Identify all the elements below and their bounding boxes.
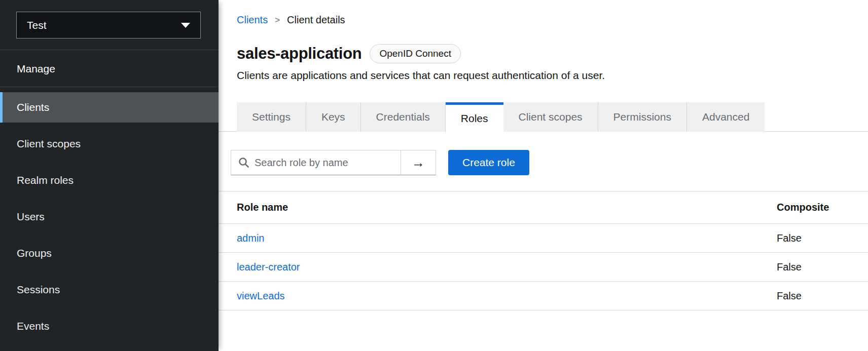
- main-content: Clients > Client details sales-applicati…: [219, 0, 868, 351]
- sidebar-item-realm-roles[interactable]: Realm roles: [0, 165, 219, 196]
- breadcrumb-link-clients[interactable]: Clients: [237, 14, 268, 26]
- roles-table: Role name Composite admin False leader-c…: [219, 191, 868, 310]
- sidebar: Test Manage Clients Client scopes Realm …: [0, 0, 219, 351]
- nav-section-title: Manage: [0, 50, 219, 87]
- table-row: viewLeads False: [219, 282, 868, 310]
- tab-advanced[interactable]: Advanced: [687, 102, 765, 132]
- realm-selector-label: Test: [27, 19, 47, 31]
- search-box: [231, 150, 401, 175]
- roles-toolbar: → Create role: [219, 150, 868, 175]
- sidebar-item-events[interactable]: Events: [0, 311, 219, 341]
- tab-roles[interactable]: Roles: [446, 102, 503, 132]
- page-description: Clients are applications and services th…: [237, 69, 850, 82]
- protocol-badge: OpenID Connect: [370, 44, 461, 63]
- tab-keys[interactable]: Keys: [306, 102, 361, 132]
- tabs-bar: Settings Keys Credentials Roles Client s…: [219, 102, 868, 132]
- sidebar-item-users[interactable]: Users: [0, 202, 219, 232]
- composite-value: False: [777, 290, 868, 302]
- tab-permissions[interactable]: Permissions: [598, 102, 687, 132]
- search-icon: [238, 157, 249, 168]
- nav-list: Clients Client scopes Realm roles Users …: [0, 87, 219, 341]
- column-header-role-name: Role name: [219, 202, 777, 213]
- sidebar-item-groups[interactable]: Groups: [0, 238, 219, 268]
- column-header-composite: Composite: [777, 202, 868, 213]
- create-role-button[interactable]: Create role: [448, 150, 529, 175]
- sidebar-item-clients[interactable]: Clients: [0, 92, 219, 123]
- breadcrumb-current: Client details: [287, 14, 345, 26]
- role-link-admin[interactable]: admin: [237, 232, 264, 244]
- composite-value: False: [777, 232, 868, 244]
- composite-value: False: [777, 261, 868, 273]
- breadcrumb-separator-icon: >: [275, 15, 280, 25]
- table-row: admin False: [219, 224, 868, 253]
- search-submit-button[interactable]: →: [401, 150, 436, 175]
- page-header: sales-application OpenID Connect Clients…: [219, 44, 868, 82]
- tab-settings[interactable]: Settings: [237, 102, 306, 132]
- page-title: sales-application: [237, 45, 361, 63]
- table-header-row: Role name Composite: [219, 191, 868, 224]
- breadcrumb: Clients > Client details: [219, 0, 868, 26]
- arrow-right-icon: →: [412, 155, 425, 171]
- tab-credentials[interactable]: Credentials: [361, 102, 446, 132]
- role-link-viewleads[interactable]: viewLeads: [237, 290, 285, 301]
- role-link-leader-creator[interactable]: leader-creator: [237, 261, 300, 272]
- sidebar-item-sessions[interactable]: Sessions: [0, 275, 219, 305]
- caret-down-icon: [181, 23, 190, 28]
- sidebar-masthead: Test: [0, 0, 219, 50]
- sidebar-item-client-scopes[interactable]: Client scopes: [0, 129, 219, 159]
- table-row: leader-creator False: [219, 253, 868, 282]
- realm-selector-dropdown[interactable]: Test: [16, 12, 201, 38]
- search-group: →: [231, 150, 436, 175]
- tab-client-scopes[interactable]: Client scopes: [503, 102, 598, 132]
- search-input[interactable]: [255, 157, 401, 169]
